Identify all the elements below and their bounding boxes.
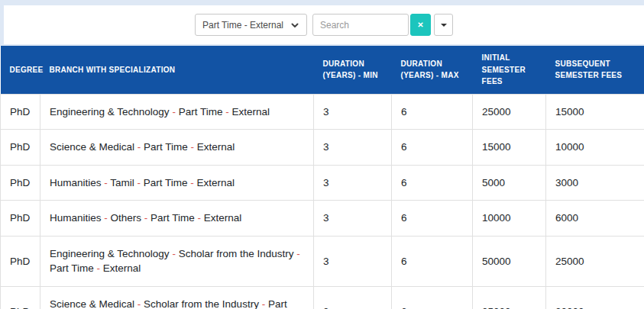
- subsequent-fees-cell: 6000: [546, 201, 644, 237]
- dash-separator: -: [141, 212, 150, 224]
- clear-search-button[interactable]: ✕: [410, 14, 431, 36]
- subsequent-fees-cell: 20000: [546, 286, 644, 309]
- dash-separator: -: [102, 212, 111, 224]
- initial-fees-cell: 35000: [473, 286, 546, 309]
- table-header-row: DEGREEBRANCH WITH SPECIALIZATIONDURATION…: [1, 46, 644, 94]
- initial-fees-cell: 10000: [473, 201, 546, 237]
- table-row: PhD Engineering & Technology - Scholar f…: [1, 236, 644, 286]
- degree-cell: PhD: [1, 236, 40, 286]
- branch-segment: Others: [111, 212, 142, 224]
- duration-max-cell: 6: [392, 94, 473, 130]
- duration-min-cell: 3: [314, 286, 392, 309]
- initial-fees-cell: 25000: [473, 94, 546, 130]
- degree-cell: PhD: [1, 94, 40, 130]
- branch-segment: External: [197, 141, 235, 153]
- branch-segment: Part Time: [179, 106, 223, 117]
- branch-segment: Part Time: [50, 262, 94, 274]
- dash-separator: -: [259, 298, 268, 309]
- branch-segment: Scholar from the Industry: [144, 298, 259, 309]
- dash-separator: -: [170, 106, 179, 117]
- subsequent-fees-cell: 10000: [546, 130, 644, 166]
- initial-fees-cell: 50000: [473, 236, 546, 286]
- duration-min-cell: 3: [314, 201, 392, 237]
- branch-segment: Humanities: [50, 212, 102, 224]
- table-row: PhD Humanities - Tamil - Part Time - Ext…: [1, 165, 644, 201]
- degree-cell: PhD: [1, 130, 40, 166]
- dash-separator: -: [170, 248, 179, 259]
- branch-cell: Science & Medical - Part Time - External: [40, 130, 314, 166]
- chevron-down-icon: [290, 21, 299, 30]
- subsequent-fees-cell: 25000: [546, 236, 644, 286]
- toolbar: Part Time - External ✕: [4, 5, 644, 44]
- duration-max-cell: 6: [392, 236, 473, 286]
- duration-max-cell: 6: [392, 165, 473, 201]
- column-header-3: DURATION (YEARS) - MAX: [392, 46, 473, 94]
- branch-segment: Part Time: [144, 141, 188, 153]
- duration-max-cell: 6: [392, 201, 473, 237]
- search-options-button[interactable]: [434, 14, 453, 36]
- column-header-1: BRANCH WITH SPECIALIZATION: [40, 46, 314, 94]
- column-header-0: DEGREE: [1, 46, 40, 94]
- branch-cell: Humanities - Tamil - Part Time - Externa…: [40, 165, 314, 201]
- duration-max-cell: 6: [392, 286, 473, 309]
- branch-segment: Tamil: [110, 177, 134, 188]
- dash-separator: -: [94, 262, 103, 274]
- page: { "colors": { "page_bg": "#dee8f5", "hea…: [0, 0, 644, 309]
- table-row: PhD Humanities - Others - Part Time - Ex…: [1, 201, 644, 237]
- branch-segment: Humanities: [50, 177, 102, 188]
- dash-separator: -: [188, 177, 197, 188]
- table-row: PhD Engineering & Technology - Part Time…: [1, 94, 644, 130]
- dash-separator: -: [195, 212, 204, 224]
- search-input[interactable]: [312, 14, 409, 36]
- branch-cell: Engineering & Technology - Part Time - E…: [40, 94, 314, 130]
- dash-separator: -: [188, 141, 197, 153]
- duration-min-cell: 3: [314, 130, 392, 166]
- degree-cell: PhD: [1, 286, 40, 309]
- dash-separator: -: [134, 298, 144, 309]
- dash-separator: -: [102, 177, 111, 188]
- degree-cell: PhD: [1, 201, 40, 237]
- initial-fees-cell: 5000: [473, 165, 546, 201]
- table-row: PhD Science & Medical - Scholar from the…: [1, 286, 644, 309]
- caret-down-icon: [441, 24, 447, 27]
- subsequent-fees-cell: 3000: [546, 165, 644, 201]
- subsequent-fees-cell: 15000: [546, 94, 644, 130]
- dash-separator: -: [134, 141, 144, 153]
- branch-segment: Engineering & Technology: [50, 106, 170, 117]
- branch-segment: Science & Medical: [50, 141, 134, 153]
- branch-cell: Humanities - Others - Part Time - Extern…: [40, 201, 314, 237]
- degree-cell: PhD: [1, 165, 40, 201]
- branch-segment: Engineering & Technology: [50, 248, 170, 259]
- branch-segment: External: [197, 177, 235, 188]
- column-header-5: SUBSEQUENT SEMESTER FEES: [546, 46, 644, 94]
- branch-cell: Science & Medical - Scholar from the Ind…: [40, 286, 314, 309]
- dash-separator: -: [222, 106, 231, 117]
- dash-separator: -: [293, 248, 299, 259]
- branch-segment: External: [103, 262, 141, 274]
- close-icon: ✕: [417, 21, 423, 29]
- table-head: DEGREEBRANCH WITH SPECIALIZATIONDURATION…: [1, 46, 644, 94]
- branch-segment: External: [231, 106, 270, 117]
- fees-table: DEGREEBRANCH WITH SPECIALIZATIONDURATION…: [0, 46, 644, 309]
- table-row: PhD Science & Medical - Part Time - Exte…: [1, 130, 644, 166]
- column-header-2: DURATION (YEARS) - MIN: [314, 46, 392, 94]
- filter-dropdown[interactable]: Part Time - External: [195, 14, 307, 36]
- branch-segment: Part Time: [150, 212, 195, 224]
- column-header-4: INITIAL SEMESTER FEES: [473, 46, 546, 94]
- dash-separator: -: [134, 177, 144, 188]
- duration-min-cell: 3: [314, 165, 392, 201]
- branch-segment: External: [204, 212, 242, 224]
- filter-dropdown-value: Part Time - External: [202, 20, 283, 31]
- table-body: PhD Engineering & Technology - Part Time…: [1, 94, 644, 309]
- branch-segment: Science & Medical: [50, 298, 134, 309]
- duration-min-cell: 3: [314, 94, 392, 130]
- branch-cell: Engineering & Technology - Scholar from …: [40, 236, 314, 286]
- initial-fees-cell: 15000: [473, 130, 546, 166]
- branch-segment: Scholar from the Industry: [179, 248, 294, 259]
- duration-max-cell: 6: [392, 130, 473, 166]
- duration-min-cell: 3: [314, 236, 392, 286]
- toolbar-group: Part Time - External ✕: [195, 14, 453, 36]
- branch-segment: Part Time: [144, 177, 188, 188]
